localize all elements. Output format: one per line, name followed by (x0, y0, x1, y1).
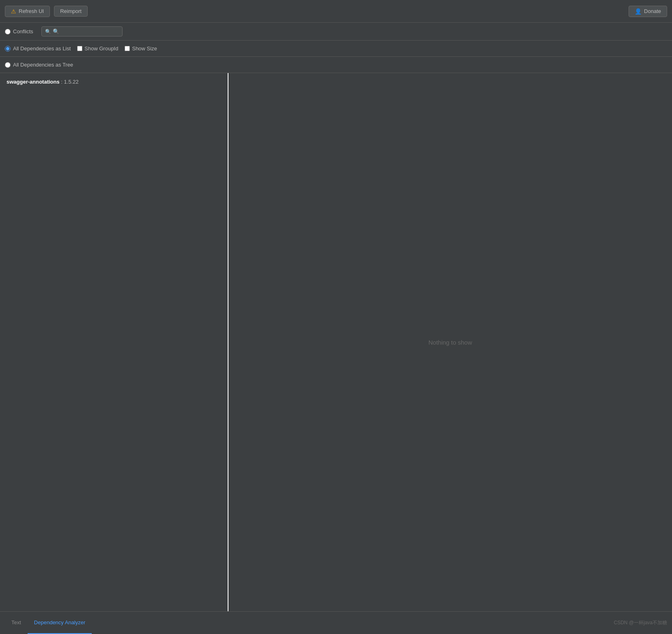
all-deps-list-radio-item[interactable]: All Dependencies as List (5, 45, 71, 52)
show-groupid-label[interactable]: Show GroupId (84, 45, 118, 52)
all-deps-list-label[interactable]: All Dependencies as List (13, 45, 71, 52)
all-deps-tree-label[interactable]: All Dependencies as Tree (13, 62, 73, 68)
right-panel: Nothing to show (228, 73, 672, 611)
watermark: CSDN @一杯java不加糖 (614, 619, 667, 626)
search-container: 🔍 (41, 26, 123, 37)
conflicts-label[interactable]: Conflicts (13, 28, 33, 35)
tab-bar: Text Dependency Analyzer CSDN @一杯java不加糖 (0, 611, 672, 634)
tab-dependency-analyzer[interactable]: Dependency Analyzer (28, 612, 92, 634)
empty-state-text: Nothing to show (429, 339, 472, 346)
reimport-label: Reimport (60, 8, 82, 14)
reimport-button[interactable]: Reimport (54, 6, 88, 17)
toolbar: ⚠ Refresh UI Reimport 👤 Donate (0, 0, 672, 23)
donate-label: Donate (644, 8, 661, 14)
all-deps-tree-radio-item[interactable]: All Dependencies as Tree (5, 62, 73, 68)
donate-button[interactable]: 👤 Donate (629, 6, 667, 17)
warning-icon: ⚠ (11, 8, 16, 15)
tab-text[interactable]: Text (5, 612, 28, 634)
refresh-ui-label: Refresh UI (19, 8, 44, 14)
list-item[interactable]: swagger-annotations : 1.5.22 (0, 76, 228, 87)
main-content: swagger-annotations : 1.5.22 Nothing to … (0, 73, 672, 611)
all-deps-list-radio[interactable] (5, 46, 11, 52)
all-deps-tree-radio[interactable] (5, 62, 11, 68)
search-icon: 🔍 (45, 29, 51, 35)
conflicts-radio-item[interactable]: Conflicts (5, 28, 33, 35)
conflicts-row: Conflicts 🔍 (0, 23, 672, 41)
dependency-name: swagger-annotations (6, 79, 60, 85)
conflicts-radio[interactable] (5, 29, 11, 35)
checkbox-group: Show GroupId Show Size (77, 45, 157, 52)
tree-options-row: All Dependencies as Tree (0, 57, 672, 73)
dependency-version: : 1.5.22 (60, 79, 79, 85)
show-groupid-checkbox[interactable] (77, 46, 82, 51)
show-groupid-item[interactable]: Show GroupId (77, 45, 118, 52)
refresh-ui-button[interactable]: ⚠ Refresh UI (5, 6, 50, 17)
top-section: ⚠ Refresh UI Reimport 👤 Donate Conflicts… (0, 0, 672, 73)
search-input[interactable] (53, 28, 119, 35)
tab-bar-left: Text Dependency Analyzer (5, 612, 92, 634)
show-size-checkbox[interactable] (125, 46, 130, 51)
toolbar-right: 👤 Donate (629, 6, 667, 17)
left-panel: swagger-annotations : 1.5.22 (0, 73, 228, 611)
toolbar-left: ⚠ Refresh UI Reimport (5, 6, 88, 17)
show-size-item[interactable]: Show Size (125, 45, 157, 52)
list-options-row: All Dependencies as List Show GroupId Sh… (0, 41, 672, 57)
show-size-label[interactable]: Show Size (132, 45, 157, 52)
donate-icon: 👤 (635, 8, 642, 15)
